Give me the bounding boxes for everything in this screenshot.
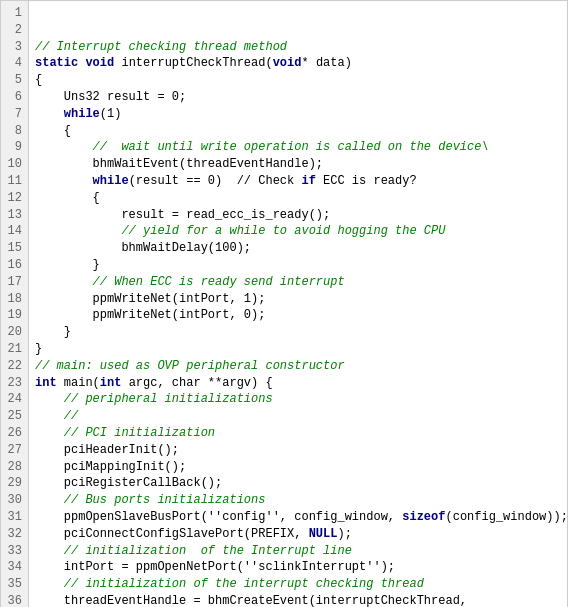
line-number: 10 bbox=[7, 156, 22, 173]
code-line: while(result == 0) // Check if ECC is re… bbox=[35, 173, 561, 190]
line-number: 23 bbox=[7, 375, 22, 392]
code-line: } bbox=[35, 341, 561, 358]
code-line: } bbox=[35, 324, 561, 341]
code-line: // When ECC is ready send interrupt bbox=[35, 274, 561, 291]
code-line: // bbox=[35, 408, 561, 425]
code-line: // Interrupt checking thread method bbox=[35, 39, 561, 56]
line-number: 29 bbox=[7, 475, 22, 492]
code-content[interactable]: // Interrupt checking thread methodstati… bbox=[29, 1, 567, 607]
line-number: 7 bbox=[7, 106, 22, 123]
line-number: 4 bbox=[7, 55, 22, 72]
line-number: 30 bbox=[7, 492, 22, 509]
code-line: { bbox=[35, 72, 561, 89]
line-number: 34 bbox=[7, 559, 22, 576]
line-number: 12 bbox=[7, 190, 22, 207]
line-number: 31 bbox=[7, 509, 22, 526]
code-line: int main(int argc, char **argv) { bbox=[35, 375, 561, 392]
line-number: 22 bbox=[7, 358, 22, 375]
line-number: 32 bbox=[7, 526, 22, 543]
code-line: pciRegisterCallBack(); bbox=[35, 475, 561, 492]
line-number: 35 bbox=[7, 576, 22, 593]
line-number: 20 bbox=[7, 324, 22, 341]
code-line: result = read_ecc_is_ready(); bbox=[35, 207, 561, 224]
code-line: intPort = ppmOpenNetPort(''sclinkInterru… bbox=[35, 559, 561, 576]
code-line: pciMappingInit(); bbox=[35, 459, 561, 476]
line-number: 17 bbox=[7, 274, 22, 291]
code-line: // yield for a while to avoid hogging th… bbox=[35, 223, 561, 240]
line-number: 28 bbox=[7, 459, 22, 476]
code-line: // wait until write operation is called … bbox=[35, 139, 561, 156]
code-line: bhmWaitEvent(threadEventHandle); bbox=[35, 156, 561, 173]
code-line: // initialization of the interrupt check… bbox=[35, 576, 561, 593]
line-number: 3 bbox=[7, 39, 22, 56]
code-line: bhmWaitDelay(100); bbox=[35, 240, 561, 257]
code-line: // peripheral initializations bbox=[35, 391, 561, 408]
line-number: 6 bbox=[7, 89, 22, 106]
code-line: { bbox=[35, 123, 561, 140]
line-number: 24 bbox=[7, 391, 22, 408]
code-line: Uns32 result = 0; bbox=[35, 89, 561, 106]
line-number: 25 bbox=[7, 408, 22, 425]
line-number: 14 bbox=[7, 223, 22, 240]
line-number: 36 bbox=[7, 593, 22, 607]
code-line: pciConnectConfigSlavePort(PREFIX, NULL); bbox=[35, 526, 561, 543]
code-line: ppmOpenSlaveBusPort(''config'', config_w… bbox=[35, 509, 561, 526]
line-number: 13 bbox=[7, 207, 22, 224]
line-number: 18 bbox=[7, 291, 22, 308]
code-line: ppmWriteNet(intPort, 0); bbox=[35, 307, 561, 324]
code-line: pciHeaderInit(); bbox=[35, 442, 561, 459]
line-number: 26 bbox=[7, 425, 22, 442]
line-number: 33 bbox=[7, 543, 22, 560]
line-number: 15 bbox=[7, 240, 22, 257]
line-number-column: 1234567891011121314151617181920212223242… bbox=[1, 1, 29, 607]
code-line: { bbox=[35, 190, 561, 207]
line-number: 11 bbox=[7, 173, 22, 190]
code-line: static void interruptCheckThread(void* d… bbox=[35, 55, 561, 72]
code-line: // initialization of the Interrupt line bbox=[35, 543, 561, 560]
line-number: 8 bbox=[7, 123, 22, 140]
code-line: } bbox=[35, 257, 561, 274]
line-number: 2 bbox=[7, 22, 22, 39]
code-line: // main: used as OVP peripheral construc… bbox=[35, 358, 561, 375]
code-line: // PCI initialization bbox=[35, 425, 561, 442]
code-line: threadEventHandle = bhmCreateEvent(inter… bbox=[35, 593, 561, 607]
line-number: 1 bbox=[7, 5, 22, 22]
line-number: 16 bbox=[7, 257, 22, 274]
line-number: 19 bbox=[7, 307, 22, 324]
line-number: 5 bbox=[7, 72, 22, 89]
line-number: 27 bbox=[7, 442, 22, 459]
code-line: while(1) bbox=[35, 106, 561, 123]
code-viewer: 1234567891011121314151617181920212223242… bbox=[0, 0, 568, 607]
code-line: ppmWriteNet(intPort, 1); bbox=[35, 291, 561, 308]
code-line: // Bus ports initializations bbox=[35, 492, 561, 509]
line-number: 21 bbox=[7, 341, 22, 358]
line-number: 9 bbox=[7, 139, 22, 156]
